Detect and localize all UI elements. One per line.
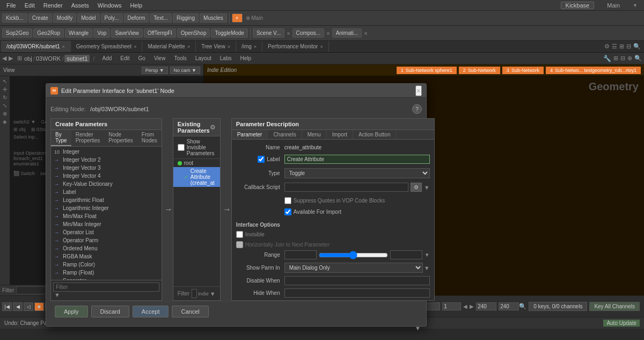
- desc-tab-import[interactable]: Import: [327, 130, 353, 139]
- tab-by-type[interactable]: By Type: [51, 130, 71, 146]
- hide-when-input[interactable]: [284, 288, 430, 298]
- filter-dropdown-icon: ▼: [210, 291, 216, 297]
- name-row: Name create_attribute: [236, 144, 430, 150]
- range-slider[interactable]: [319, 251, 388, 259]
- invisible-checkbox[interactable]: [236, 231, 243, 238]
- show-parm-row: Show Parm In Main Dialog Only ▼: [236, 263, 430, 273]
- icon-ramp-color: →: [54, 262, 61, 267]
- available-row: Available For Import: [236, 207, 430, 219]
- type-select[interactable]: Toggle: [284, 168, 430, 178]
- label-input[interactable]: [284, 155, 430, 164]
- param-int-vec3[interactable]: →Integer Vector 3: [52, 164, 160, 172]
- disable-when-label: Disable When: [236, 278, 284, 284]
- param-op-list[interactable]: →Operator List: [52, 228, 160, 236]
- create-params-title: Create Parameters: [51, 119, 162, 130]
- param-int-vec2[interactable]: →Integer Vector 2: [52, 156, 160, 164]
- tab-node-props[interactable]: Node Properties: [104, 130, 137, 146]
- param-desc-tabs: Parameter Channels Menu Import Action Bu…: [232, 130, 434, 140]
- param-kv-dict[interactable]: →Key-Value Dictionary: [52, 180, 160, 188]
- dialog-help-btn[interactable]: ?: [412, 104, 422, 114]
- apply-btn[interactable]: Apply: [55, 306, 88, 317]
- suppress-checkbox[interactable]: [284, 197, 291, 204]
- disable-when-input[interactable]: [284, 276, 430, 285]
- discard-btn[interactable]: Discard: [91, 306, 129, 317]
- desc-tab-menu[interactable]: Menu: [302, 130, 327, 139]
- param-integer[interactable]: 10Integer: [52, 148, 160, 156]
- existing-params-panel: Existing Parameters ⚙ Show Invisible Par…: [173, 118, 221, 301]
- param-int-vec4[interactable]: →Integer Vector 4: [52, 172, 160, 180]
- create-params-list: 10Integer →Integer Vector 2 →Integer Vec…: [51, 147, 162, 280]
- icon-int-vec2: →: [54, 157, 61, 163]
- param-log-int[interactable]: →Logarithmic Integer: [52, 204, 160, 212]
- filter-label-2: Filter: [178, 291, 189, 296]
- create-params-panel: Create Parameters By Type Render Propert…: [50, 118, 162, 301]
- horiz-join-checkbox[interactable]: [236, 241, 243, 248]
- desc-tab-parameter[interactable]: Parameter: [232, 130, 268, 139]
- invisible-label: Invisible: [245, 232, 265, 237]
- root-dot: [178, 161, 182, 165]
- param-desc-panel: Parameter Description Parameter Channels…: [231, 118, 435, 301]
- callback-vop-btn[interactable]: ⚙: [411, 183, 422, 192]
- col-arrow-2: →: [223, 118, 231, 301]
- available-checkbox[interactable]: [284, 208, 291, 215]
- param-label[interactable]: →Label: [52, 188, 160, 196]
- show-invisible-row: Show Invisible Parameters: [173, 136, 220, 159]
- check-icon: ✓: [184, 174, 188, 180]
- type-label: Type: [236, 170, 284, 176]
- hide-when-row: Hide When: [236, 288, 430, 298]
- desc-tab-channels[interactable]: Channels: [268, 130, 302, 139]
- range-max[interactable]: [390, 250, 422, 259]
- name-label: Name: [236, 144, 284, 150]
- range-label: Range: [236, 252, 284, 258]
- range-dropdown[interactable]: ▼: [425, 252, 430, 258]
- label-row-left: Label: [236, 156, 284, 163]
- tab-render-props[interactable]: Render Properties: [71, 130, 105, 146]
- param-ordered-menu[interactable]: →Ordered Menu: [52, 244, 160, 252]
- dialog-body: Editing Node: /obj/03WORK/subnet1 ? Crea…: [46, 98, 426, 326]
- param-desc-form: Name create_attribute Label: [232, 140, 434, 300]
- invisible-row: Invisible: [236, 230, 430, 240]
- range-row: Range ▼: [236, 250, 430, 259]
- label-checkbox[interactable]: [258, 156, 265, 163]
- icon-label: →: [54, 190, 61, 195]
- tree-create-attribute[interactable]: ✓ Create Attribute (create_at: [173, 167, 220, 187]
- icon-minmax-float: →: [54, 214, 61, 219]
- label-value: [284, 155, 430, 164]
- dialog-overlay: H Edit Parameter Interface for 'subnet1'…: [0, 0, 644, 340]
- param-rgba-mask[interactable]: →RGBA Mask: [52, 252, 160, 261]
- param-ramp-color[interactable]: →Ramp (Color): [52, 261, 160, 269]
- range-min[interactable]: [284, 250, 317, 259]
- icon-rgba-mask: →: [54, 254, 61, 259]
- param-minmax-float[interactable]: →Min/Max Float: [52, 212, 160, 220]
- param-op-parm[interactable]: →Operator Parm: [52, 236, 160, 244]
- show-parm-dropdown[interactable]: ▼: [424, 265, 430, 271]
- horiz-join-label: Horizontally Join to Next Parameter: [245, 242, 330, 248]
- dialog-close-btn[interactable]: ×: [415, 85, 422, 96]
- dialog-buttons: Apply Discard Accept Cancel: [50, 301, 422, 322]
- callback-menu-icon[interactable]: ▼: [424, 184, 430, 191]
- editing-node-label: Editing Node:: [50, 106, 86, 112]
- create-attribute-label: Create Attribute (create_at: [191, 168, 216, 186]
- hide-when-label: Hide When: [236, 290, 284, 296]
- dialog-title-icon: H: [50, 87, 58, 95]
- desc-tab-action-button[interactable]: Action Button: [353, 130, 396, 139]
- show-parm-select[interactable]: Main Dialog Only: [284, 263, 423, 273]
- accept-btn[interactable]: Accept: [133, 306, 169, 317]
- param-minmax-int[interactable]: →Min/Max Integer: [52, 220, 160, 228]
- editing-node-path: /obj/03WORK/subnet1: [90, 106, 149, 112]
- create-params-filter-input[interactable]: [53, 283, 159, 292]
- existing-params-filter-input[interactable]: [192, 289, 197, 298]
- tree-spacer: [173, 187, 220, 286]
- name-value: create_attribute: [284, 144, 430, 150]
- existing-params-gear[interactable]: ⚙: [210, 124, 216, 131]
- create-params-filter: ▼: [51, 280, 162, 300]
- param-log-float[interactable]: →Logarithmic Float: [52, 196, 160, 204]
- param-ramp-float[interactable]: →Ramp (Float): [52, 269, 160, 277]
- tab-from-nodes[interactable]: From Nodes: [137, 130, 162, 146]
- suppress-label: Suppress Quotes in VOP Code Blocks: [294, 198, 385, 204]
- callback-input[interactable]: [284, 183, 408, 192]
- interface-options-header: Interface Options: [236, 222, 430, 228]
- show-invisible-checkbox[interactable]: [178, 144, 185, 151]
- tree-root[interactable]: root: [173, 159, 220, 167]
- cancel-btn[interactable]: Cancel: [172, 306, 208, 317]
